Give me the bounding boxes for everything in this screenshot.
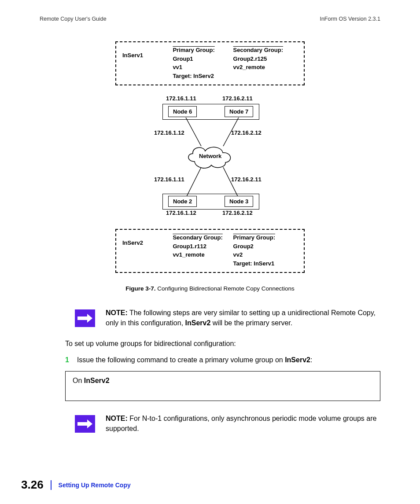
inserv1-secondary-title: Secondary Group:	[233, 46, 298, 55]
inserv1-label: InServ1	[122, 46, 173, 80]
svg-rect-6	[77, 422, 87, 426]
inserv2-secondary-l2: vv1_remote	[173, 250, 233, 259]
inserv1-primary-title: Primary Group:	[173, 46, 233, 55]
note-arrow-icon	[75, 309, 95, 327]
footer-divider	[51, 480, 52, 490]
cmdbox-b1: InServ2	[84, 377, 110, 384]
header-left: Remote Copy User's Guide	[40, 16, 107, 22]
svg-line-0	[186, 118, 201, 146]
inserv1-primary-l3: Target: InServ2	[173, 72, 233, 81]
inserv2-primary-l2: vv2	[233, 250, 298, 259]
inserv2-secondary-l1: Group1.r112	[173, 242, 233, 251]
ip-bot-left-bot: 172.16.1.12	[166, 210, 196, 216]
inserv1-primary-l2: vv1	[173, 63, 233, 72]
note-1: NOTE: The following steps are very simil…	[75, 308, 380, 328]
body-text-1: To set up volume groups for bidirectiona…	[65, 338, 380, 349]
note2-t1: For N-to-1 configurations, only asynchro…	[106, 415, 376, 432]
figure-label: Figure 3-7.	[125, 285, 155, 292]
ip-bot-right-top: 172.16.2.11	[231, 176, 262, 183]
svg-rect-4	[77, 316, 87, 320]
ip-top-left: 172.16.1.11	[166, 95, 196, 102]
svg-marker-5	[87, 314, 92, 323]
note2-bold: NOTE:	[106, 415, 128, 422]
figure-caption: Figure 3-7. Configuring Bidirectional Re…	[40, 285, 380, 292]
ip-top-right-bot: 172.16.2.12	[231, 129, 262, 136]
inserv2-secondary-title: Secondary Group:	[173, 233, 233, 242]
svg-marker-7	[87, 419, 92, 428]
inserv1-box: InServ1 Primary Group: Group1 vv1 Target…	[115, 41, 305, 85]
node-6: Node 6	[168, 106, 197, 117]
note1-bold: NOTE:	[106, 309, 128, 316]
ip-top-right: 172.16.2.11	[222, 95, 253, 102]
note1-t2: will be the primary server.	[210, 319, 292, 327]
inserv2-primary-title: Primary Group:	[233, 233, 298, 242]
inserv2-label: InServ2	[122, 233, 173, 268]
ip-top-left-bot: 172.16.1.12	[154, 129, 184, 136]
node-3: Node 3	[225, 196, 253, 207]
network-diagram: 172.16.1.11 172.16.2.11 Node 6 Node 7 17…	[115, 93, 305, 221]
figure-diagram: InServ1 Primary Group: Group1 vv1 Target…	[115, 41, 305, 273]
network-label: Network	[199, 153, 221, 159]
note1-b1: InServ2	[185, 319, 211, 327]
step-1-b1: InServ2	[285, 356, 310, 364]
page-number: 3.26	[21, 478, 44, 492]
node-2: Node 2	[168, 196, 197, 207]
inserv1-primary-l1: Group1	[173, 55, 233, 63]
inserv1-secondary-l1: Group2.r125	[233, 55, 298, 63]
note-arrow-icon	[75, 415, 95, 433]
node-7: Node 7	[225, 106, 253, 117]
step-1-t1: Issue the following command to create a …	[77, 356, 285, 364]
footer-section: Setting Up Remote Copy	[59, 482, 131, 489]
header-right: InForm OS Version 2.3.1	[320, 16, 380, 22]
step-1-t2: :	[310, 356, 312, 364]
inserv1-secondary-l2: vv2_remote	[233, 63, 298, 72]
inserv2-primary-l1: Group2	[233, 242, 298, 251]
page-footer: 3.26 Setting Up Remote Copy	[21, 478, 131, 492]
figure-text: Configuring Bidirectional Remote Copy Co…	[157, 285, 294, 292]
note-2: NOTE: For N-to-1 configurations, only as…	[75, 413, 380, 434]
inserv2-primary-l3: Target: InServ1	[233, 259, 298, 268]
step-1-number: 1	[65, 356, 69, 364]
ip-bot-right-bot: 172.16.2.12	[222, 210, 253, 216]
command-box: On InServ2	[65, 371, 380, 401]
inserv2-box: InServ2 Secondary Group: Group1.r112 vv1…	[115, 229, 305, 273]
ip-bot-left-top: 172.16.1.11	[154, 176, 184, 183]
step-1: 1 Issue the following command to create …	[65, 356, 380, 364]
cmdbox-t1: On	[73, 377, 84, 384]
